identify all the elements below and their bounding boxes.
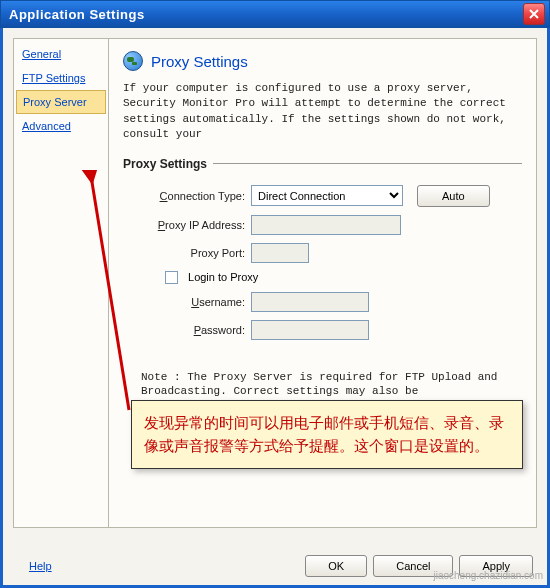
password-label: Password: [133, 324, 245, 336]
divider [213, 163, 522, 164]
note-text: Note : The Proxy Server is required for … [123, 370, 522, 400]
panel-header: Proxy Settings [123, 51, 522, 71]
titlebar: Application Settings [0, 0, 550, 28]
window-title: Application Settings [5, 7, 145, 22]
sidebar-item-proxy[interactable]: Proxy Server [16, 90, 106, 114]
login-checkbox[interactable] [165, 271, 178, 284]
globe-icon [123, 51, 143, 71]
username-input[interactable] [251, 292, 369, 312]
close-icon [529, 9, 539, 19]
watermark: jiaocheng.chazidian.com [433, 570, 543, 581]
password-input[interactable] [251, 320, 369, 340]
sidebar-item-label: General [22, 48, 61, 60]
window-body: General FTP Settings Proxy Server Advanc… [0, 28, 550, 588]
sidebar-item-label: Advanced [22, 120, 71, 132]
annotation-callout: 发现异常的时间可以用电子邮件或手机短信、录音、录像或声音报警等方式给予提醒。这个… [131, 400, 523, 469]
connection-type-select[interactable]: Direct Connection [251, 185, 403, 206]
ok-button[interactable]: OK [305, 555, 367, 577]
sidebar-item-advanced[interactable]: Advanced [14, 114, 108, 138]
proxy-port-label: Proxy Port: [133, 247, 245, 259]
proxy-ip-label: Proxy IP Address: [133, 219, 245, 231]
sidebar-item-ftp[interactable]: FTP Settings [14, 66, 108, 90]
auto-button[interactable]: Auto [417, 185, 490, 207]
sidebar-item-label: FTP Settings [22, 72, 85, 84]
connection-type-label: Connection Type: [133, 190, 245, 202]
sidebar-item-general[interactable]: General [14, 42, 108, 66]
username-label: Username: [133, 296, 245, 308]
proxy-port-input[interactable] [251, 243, 309, 263]
sidebar: General FTP Settings Proxy Server Advanc… [13, 38, 109, 528]
proxy-ip-input[interactable] [251, 215, 401, 235]
close-button[interactable] [523, 3, 545, 25]
login-label: Login to Proxy [188, 271, 258, 283]
sidebar-item-label: Proxy Server [23, 96, 87, 108]
panel-title: Proxy Settings [151, 53, 248, 70]
help-link[interactable]: Help [13, 560, 52, 572]
annotation-text: 发现异常的时间可以用电子邮件或手机短信、录音、录像或声音报警等方式给予提醒。这个… [144, 414, 504, 454]
section-title: Proxy Settings [123, 157, 207, 171]
panel-description: If your computer is configured to use a … [123, 81, 522, 143]
